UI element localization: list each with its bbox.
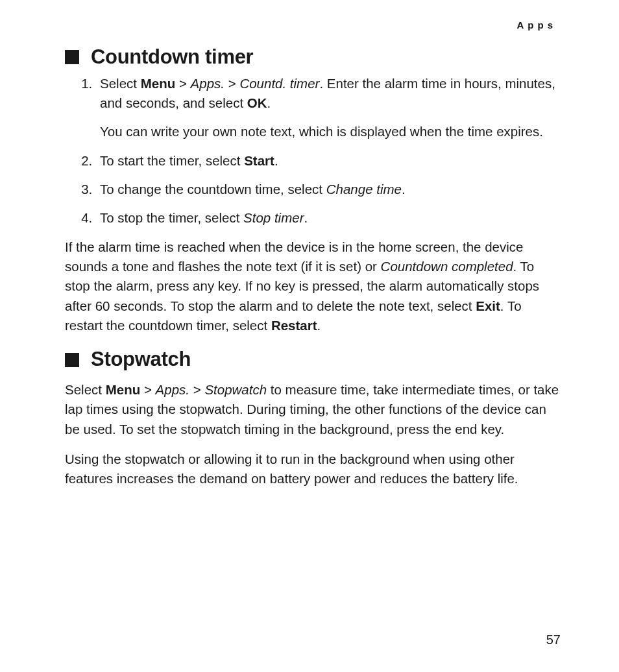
heading-countdown-timer: Countdown timer	[65, 45, 561, 70]
square-bullet-icon	[65, 50, 79, 64]
step-4: To stop the timer, select Stop timer.	[96, 208, 561, 228]
page: Apps Countdown timer Select Menu > Apps.…	[0, 0, 619, 672]
countdown-paragraph: If the alarm time is reached when the de…	[65, 237, 561, 336]
step-2: To start the timer, select Start.	[96, 151, 561, 171]
running-head: Apps	[65, 19, 557, 30]
countdown-steps-list: Select Menu > Apps. > Countd. timer. Ent…	[65, 74, 561, 228]
heading-text: Countdown timer	[91, 45, 253, 70]
stopwatch-paragraph-2: Using the stopwatch or allowing it to ru…	[65, 450, 561, 489]
heading-stopwatch: Stopwatch	[65, 347, 561, 372]
step-3: To change the countdown time, select Cha…	[96, 180, 561, 199]
step-1-note: You can write your own note text, which …	[100, 122, 561, 141]
page-number: 57	[546, 632, 561, 647]
square-bullet-icon	[65, 353, 79, 367]
step-1: Select Menu > Apps. > Countd. timer. Ent…	[96, 74, 561, 142]
stopwatch-paragraph-1: Select Menu > Apps. > Stopwatch to measu…	[65, 380, 561, 439]
heading-text: Stopwatch	[91, 347, 191, 372]
